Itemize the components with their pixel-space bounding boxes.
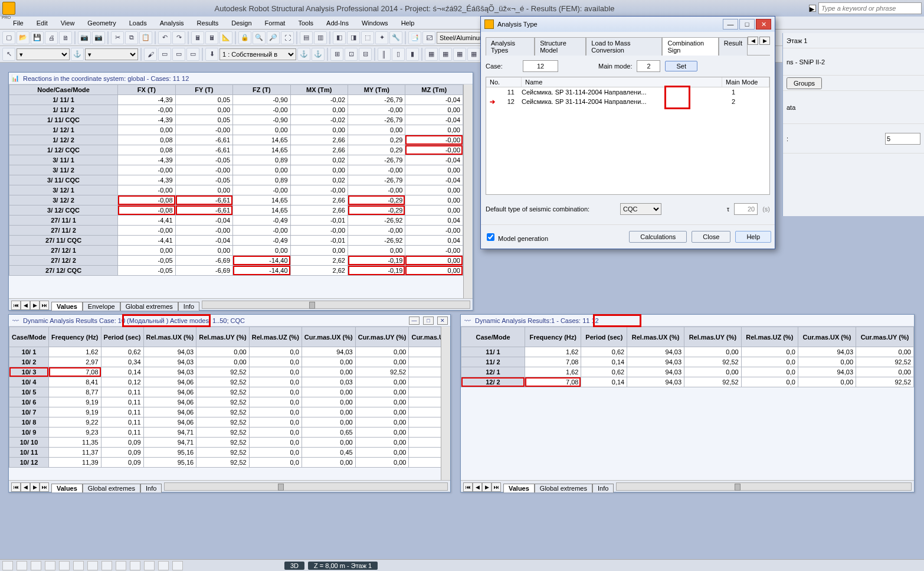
case-input[interactable] [523, 60, 558, 72]
selection-combo-2[interactable]: ▾ [85, 48, 138, 60]
dialog-minimize-icon[interactable]: — [723, 19, 738, 30]
tab-scroll-left-icon[interactable]: ◀ [748, 37, 758, 45]
menu-results[interactable]: Results [197, 19, 219, 27]
sb-icon-13[interactable] [172, 561, 183, 570]
nav-prev[interactable]: ◀ [473, 482, 482, 492]
tab-nav-prev[interactable]: ◀ [21, 301, 30, 310]
nav-next[interactable]: ▶ [482, 482, 492, 492]
sb-icon-6[interactable] [73, 561, 84, 570]
calc2-icon[interactable]: 🖩 [205, 31, 218, 44]
nav-prev[interactable]: ◀ [21, 482, 30, 492]
fit-icon[interactable]: ⛶ [281, 31, 294, 44]
redo-icon[interactable]: ↷ [172, 31, 185, 44]
dialog-maximize-icon[interactable]: □ [739, 19, 755, 30]
zoomin-icon[interactable]: 🔍 [253, 31, 266, 44]
tab-global-extremes[interactable]: Global extremes [83, 484, 140, 492]
vbar2-icon[interactable]: ▯ [392, 48, 405, 61]
load-icon[interactable]: ⬇ [205, 48, 218, 61]
menu-windows[interactable]: Windows [362, 19, 388, 27]
screenshot2-icon[interactable]: 📷 [92, 31, 105, 44]
menu-format[interactable]: Format [265, 19, 286, 27]
reactions-table[interactable]: Node/Case/ModeFX (T)FY (T)FZ (T)MX (Tm)M… [9, 84, 463, 276]
paint-icon[interactable]: 🖌 [144, 48, 157, 61]
sb-icon-11[interactable] [144, 561, 155, 570]
snap2-icon[interactable]: ⊡ [345, 48, 358, 61]
tab-global-extremes[interactable]: Global extremes [535, 484, 592, 492]
menu-tools[interactable]: Tools [298, 19, 313, 27]
maximize-icon[interactable]: □ [423, 317, 434, 325]
new-icon[interactable]: ▢ [2, 31, 15, 44]
dialog-close-icon[interactable]: ✕ [756, 19, 771, 30]
calc-icon[interactable]: 🖩 [191, 31, 204, 44]
anchor-icon[interactable]: ⚓ [71, 48, 84, 61]
layer-icon[interactable]: ▤ [300, 31, 313, 44]
default-combo-select[interactable]: CQC [620, 203, 661, 215]
tab-nav-last[interactable]: ⏭ [40, 301, 49, 310]
menu-geometry[interactable]: Geometry [87, 19, 116, 27]
wrench-icon[interactable]: 🔧 [389, 31, 402, 44]
nav-last[interactable]: ⏭ [492, 482, 501, 492]
dyn-left-hscroll[interactable] [164, 482, 448, 491]
tab-values[interactable]: Values [503, 484, 535, 492]
calculations-button[interactable]: Calculations [629, 231, 687, 243]
snap3-icon[interactable]: ⊟ [359, 48, 372, 61]
nav-first[interactable]: ⏮ [11, 482, 21, 492]
tau-input[interactable] [734, 203, 758, 215]
open-icon[interactable]: 📂 [17, 31, 30, 44]
tab-info[interactable]: Info [592, 484, 614, 492]
tab-envelope[interactable]: Envelope [83, 302, 120, 311]
tab-global-extremes[interactable]: Global extremes [120, 302, 178, 311]
tool2-icon[interactable]: ◨ [347, 31, 360, 44]
cut-icon[interactable]: ✂ [111, 31, 124, 44]
tab-analysis-types[interactable]: Analysis Types [486, 37, 535, 56]
anchor3-icon[interactable]: ⚓ [312, 48, 325, 61]
dyn-left-scrollbar[interactable] [441, 327, 450, 480]
menu-help[interactable]: Help [401, 19, 415, 27]
loadcase-combo[interactable]: 1 : Собственный в [219, 48, 296, 60]
pointer-icon[interactable]: ↖ [2, 48, 15, 61]
minimize-icon[interactable]: — [409, 317, 420, 325]
nav-next[interactable]: ▶ [30, 482, 40, 492]
tool3-icon[interactable]: ⬚ [361, 31, 374, 44]
sb-icon-8[interactable] [101, 561, 112, 570]
vbar3-icon[interactable]: ▮ [406, 48, 419, 61]
menu-view[interactable]: View [61, 19, 75, 27]
rect2-icon[interactable]: ▭ [172, 48, 185, 61]
close-button[interactable]: Close [692, 231, 730, 243]
screenshot-icon[interactable]: 📷 [78, 31, 91, 44]
rect1-icon[interactable]: ▭ [158, 48, 171, 61]
tab-values[interactable]: Values [51, 302, 83, 311]
sb-icon-9[interactable] [116, 561, 126, 570]
sb-icon-12[interactable] [158, 561, 169, 570]
sb-icon-4[interactable] [45, 561, 55, 570]
grid1-icon[interactable]: ▦ [425, 48, 438, 61]
grid3-icon[interactable]: ▦ [453, 48, 466, 61]
sb-icon-10[interactable] [130, 561, 140, 570]
tab-info[interactable]: Info [178, 302, 199, 311]
tab-load-to-mass[interactable]: Load to Mass Conversion [586, 37, 662, 56]
help-button[interactable]: Help [735, 231, 771, 243]
dynamic-left-table[interactable]: Case/ModeFrequency (Hz)Period (sec)Rel.m… [9, 327, 441, 468]
tab-scroll-right-icon[interactable]: ▶ [759, 37, 770, 45]
selection-combo-1[interactable]: ▾ [17, 48, 70, 60]
dyn-right-hscroll[interactable] [616, 482, 912, 491]
case-list[interactable]: No. Name Main Mode 11Сейсмика. SP 31-114… [486, 77, 770, 195]
tab-structure-model[interactable]: Structure Model [535, 37, 586, 56]
tool4-icon[interactable]: ✦ [375, 31, 388, 44]
menu-edit[interactable]: Edit [37, 19, 48, 27]
print-icon[interactable]: 🖨 [45, 31, 58, 44]
menu-loads[interactable]: Loads [129, 19, 147, 27]
zoomout-icon[interactable]: 🔎 [267, 31, 280, 44]
tab-values[interactable]: Values [51, 484, 83, 492]
search-nav-icon[interactable]: ▶ [809, 5, 816, 12]
tab-combination-sign[interactable]: Combination Sign [662, 37, 718, 56]
report-icon[interactable]: 📑 [408, 31, 421, 44]
layer2-icon[interactable]: ▥ [314, 31, 327, 44]
menu-analysis[interactable]: Analysis [160, 19, 184, 27]
close-icon[interactable]: ✕ [437, 317, 448, 325]
keyword-search-input[interactable] [818, 2, 922, 14]
vbar1-icon[interactable]: ║ [378, 48, 391, 61]
status-3d[interactable]: 3D [284, 562, 304, 570]
tab-result[interactable]: Result [719, 37, 748, 56]
preview-icon[interactable]: 🗎 [59, 31, 72, 44]
